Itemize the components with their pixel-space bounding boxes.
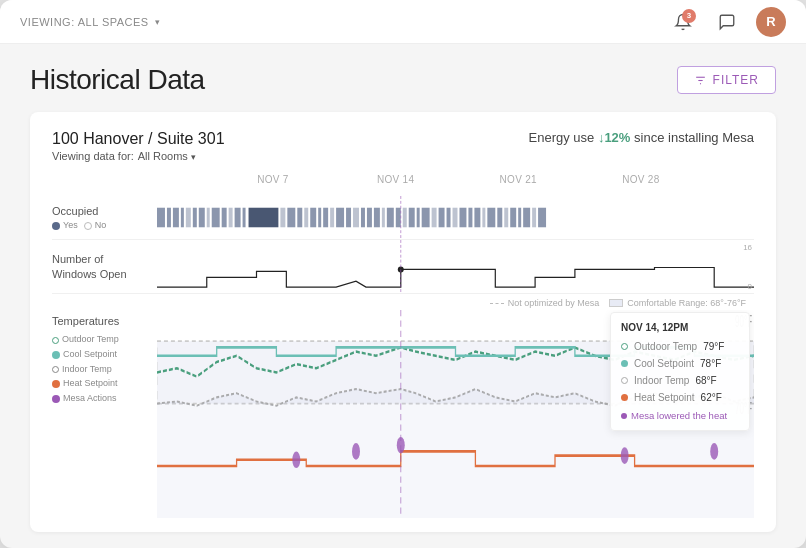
data-card: 100 Hanover / Suite 301 Viewing data for… (30, 112, 776, 532)
messages-button[interactable] (712, 7, 742, 37)
svg-rect-29 (367, 208, 372, 228)
svg-rect-43 (468, 208, 472, 228)
occupied-label: Occupied Yes No (52, 196, 157, 239)
svg-rect-39 (439, 208, 445, 228)
svg-rect-31 (382, 208, 385, 228)
svg-rect-30 (374, 208, 380, 228)
svg-rect-18 (287, 208, 295, 228)
svg-rect-9 (199, 208, 205, 228)
filter-label: FILTER (713, 73, 759, 87)
tooltip-mesa-action: Mesa lowered the heat (621, 408, 739, 424)
page-title: Historical Data (30, 64, 205, 96)
avatar[interactable]: R (756, 7, 786, 37)
svg-rect-27 (353, 208, 359, 228)
svg-rect-26 (346, 208, 351, 228)
viewing-text: VIEWING: ALL SPACES (20, 16, 149, 28)
svg-rect-15 (243, 208, 246, 228)
legend-cool-setpoint: Cool Setpoint (52, 349, 149, 361)
svg-rect-19 (297, 208, 302, 228)
tooltip-row-cool: Cool Setpoint 78°F (621, 355, 739, 372)
svg-rect-23 (323, 208, 328, 228)
temp-chart-legend: Not optimized by Mesa Comfortable Range:… (162, 298, 746, 308)
energy-info: Energy use ↓12% since installing Mesa (529, 130, 755, 145)
legend-mesa-actions: Mesa Actions (52, 393, 149, 405)
svg-rect-51 (523, 208, 530, 228)
svg-rect-45 (482, 208, 485, 228)
svg-rect-25 (336, 208, 344, 228)
legend-outdoor-temp: Outdoor Temp (52, 334, 149, 346)
card-subtitle: Viewing data for: All Rooms ▾ (52, 150, 225, 162)
tooltip-date: NOV 14, 12PM (621, 319, 739, 336)
svg-point-64 (352, 443, 360, 460)
room-filter-select[interactable]: All Rooms ▾ (138, 150, 196, 162)
legend-heat-setpoint: Heat Setpoint (52, 378, 149, 390)
tooltip-row-indoor: Indoor Temp 68°F (621, 372, 739, 389)
main-content: Historical Data FILTER 100 Hanover / Sui… (0, 44, 806, 548)
svg-point-66 (621, 447, 629, 464)
page-header: Historical Data FILTER (30, 64, 776, 96)
svg-rect-12 (222, 208, 227, 228)
svg-rect-49 (510, 208, 516, 228)
notification-badge: 3 (682, 9, 696, 23)
titlebar-actions: 3 R (668, 7, 786, 37)
svg-rect-50 (518, 208, 521, 228)
svg-point-67 (710, 443, 718, 460)
svg-rect-22 (318, 208, 321, 228)
svg-rect-17 (280, 208, 285, 228)
legend-no: No (84, 220, 107, 232)
svg-rect-36 (417, 208, 420, 228)
card-location-info: 100 Hanover / Suite 301 Viewing data for… (52, 130, 225, 162)
legend-not-optimized: Not optimized by Mesa (490, 298, 600, 308)
legend-indoor-temp: Indoor Temp (52, 364, 149, 376)
chevron-down-icon: ▾ (155, 17, 161, 27)
svg-rect-32 (387, 208, 394, 228)
legend-comfortable: Comfortable Range: 68°-76°F (609, 298, 746, 308)
svg-rect-40 (447, 208, 451, 228)
legend-yes: Yes (52, 220, 78, 232)
temp-row: Temperatures Outdoor Temp Cool Setpoint (52, 310, 754, 518)
svg-rect-46 (487, 208, 495, 228)
filter-button[interactable]: FILTER (677, 66, 776, 94)
svg-rect-8 (193, 208, 197, 228)
svg-rect-28 (361, 208, 365, 228)
titlebar: VIEWING: ALL SPACES ▾ 3 R (0, 0, 806, 44)
svg-rect-13 (229, 208, 233, 228)
notification-button[interactable]: 3 (668, 7, 698, 37)
app-window: VIEWING: ALL SPACES ▾ 3 R (0, 0, 806, 548)
svg-rect-16 (249, 208, 279, 228)
chevron-icon: ▾ (191, 152, 196, 162)
data-tooltip: NOV 14, 12PM Outdoor Temp 79°F Cool Setp… (610, 312, 750, 431)
svg-rect-10 (207, 208, 210, 228)
temp-label: Temperatures Outdoor Temp Cool Setpoint (52, 310, 157, 518)
svg-rect-14 (235, 208, 241, 228)
windows-chart-plot: 16 0 (157, 240, 754, 293)
date-nov28: NOV 28 (622, 174, 659, 185)
svg-rect-3 (157, 208, 165, 228)
svg-rect-24 (330, 208, 334, 228)
tooltip-row-heat: Heat Setpoint 62°F (621, 389, 739, 406)
windows-label: Number ofWindows Open (52, 240, 157, 293)
card-location: 100 Hanover / Suite 301 (52, 130, 225, 148)
card-header: 100 Hanover / Suite 301 Viewing data for… (52, 130, 754, 162)
svg-rect-53 (538, 208, 546, 228)
chart-area: NOV 7 NOV 14 NOV 21 NOV 28 Occupied Yes (52, 174, 754, 518)
svg-text:16: 16 (743, 243, 752, 252)
svg-rect-5 (173, 208, 179, 228)
date-nov14: NOV 14 (377, 174, 414, 185)
svg-rect-34 (403, 208, 407, 228)
viewing-data-label: Viewing data for: (52, 150, 134, 162)
windows-row: Number ofWindows Open 16 0 (52, 240, 754, 294)
temp-chart-plot: 90°F 70°F (157, 310, 754, 518)
svg-rect-7 (186, 208, 191, 228)
svg-rect-21 (310, 208, 316, 228)
svg-text:0: 0 (748, 282, 753, 291)
svg-rect-38 (432, 208, 437, 228)
viewing-label[interactable]: VIEWING: ALL SPACES ▾ (20, 16, 160, 28)
svg-rect-33 (396, 208, 401, 228)
date-nov21: NOV 21 (500, 174, 537, 185)
svg-rect-41 (453, 208, 458, 228)
svg-rect-35 (409, 208, 415, 228)
svg-rect-37 (422, 208, 430, 228)
svg-rect-44 (474, 208, 480, 228)
svg-rect-42 (459, 208, 466, 228)
